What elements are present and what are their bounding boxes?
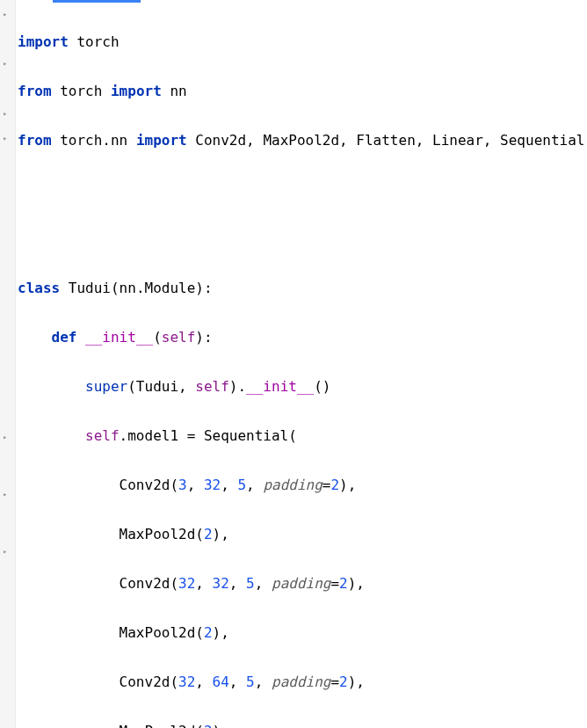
- fold-marker-icon[interactable]: ▸: [3, 488, 7, 502]
- editor-gutter: ▸ ▸ ▸ ▸ ▸ ▸ ▸: [0, 0, 16, 728]
- fold-marker-icon[interactable]: ▸: [3, 57, 7, 71]
- active-tab-indicator: [53, 0, 141, 3]
- code-line: [18, 178, 587, 202]
- code-line: MaxPool2d(2),: [18, 719, 587, 728]
- fold-marker-icon[interactable]: ▸: [3, 431, 7, 445]
- code-line: from torch.nn import Conv2d, MaxPool2d, …: [18, 128, 587, 153]
- code-line: class Tudui(nn.Module):: [18, 276, 587, 301]
- code-line: import torch: [18, 30, 587, 55]
- fold-marker-icon[interactable]: ▸: [3, 545, 7, 559]
- code-line: [18, 227, 587, 251]
- code-line: Conv2d(3, 32, 5, padding=2),: [18, 473, 587, 498]
- code-editor[interactable]: import torch from torch import nn from t…: [0, 0, 587, 728]
- fold-marker-icon[interactable]: ▸: [3, 132, 7, 146]
- code-line: super(Tudui, self).__init__(): [18, 375, 587, 399]
- fold-marker-icon[interactable]: ▸: [3, 8, 7, 22]
- fold-marker-icon[interactable]: ▸: [3, 107, 7, 121]
- code-line: from torch import nn: [18, 79, 587, 104]
- code-line: Conv2d(32, 32, 5, padding=2),: [18, 571, 587, 596]
- code-line: def __init__(self):: [18, 325, 587, 350]
- code-line: self.model1 = Sequential(: [18, 424, 587, 448]
- code-line: MaxPool2d(2),: [18, 522, 587, 547]
- code-line: Conv2d(32, 64, 5, padding=2),: [18, 670, 587, 695]
- code-line: MaxPool2d(2),: [18, 621, 587, 645]
